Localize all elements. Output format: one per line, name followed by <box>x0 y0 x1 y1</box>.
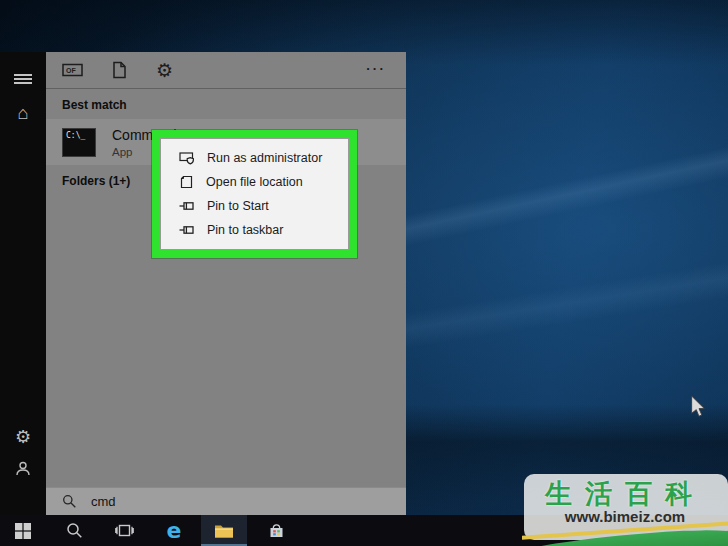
taskbar-search-button[interactable] <box>51 515 97 546</box>
pin-icon <box>179 222 195 238</box>
edge-button[interactable]: e <box>151 515 197 546</box>
watermark: 生活百科 www.bimeiz.com <box>522 472 728 546</box>
task-view-button[interactable] <box>101 515 147 546</box>
menu-item-label: Pin to Start <box>207 199 269 213</box>
watermark-url: www.bimeiz.com <box>522 508 728 525</box>
search-icon <box>62 494 77 509</box>
search-icon <box>66 522 83 539</box>
apps-filter-icon: OF <box>62 62 84 78</box>
search-rail: ⌂ ⚙ <box>0 52 46 515</box>
menu-item-label: Open file location <box>206 175 303 189</box>
svg-text:OF: OF <box>66 67 76 74</box>
gear-filter-icon: ⚙ <box>156 59 173 82</box>
highlight-box: Run as administrator Open file location … <box>152 130 357 258</box>
settings-button[interactable]: ⚙ <box>0 420 46 454</box>
start-button[interactable] <box>0 515 46 546</box>
mouse-cursor <box>690 396 706 418</box>
command-prompt-icon: C:\_ <box>62 128 96 157</box>
store-button[interactable] <box>253 515 299 546</box>
open-file-location-icon <box>179 174 194 190</box>
apps-filter-button[interactable]: OF <box>62 62 92 78</box>
file-explorer-button[interactable] <box>201 515 247 546</box>
hamburger-icon <box>14 72 32 86</box>
search-input[interactable]: cmd <box>46 487 406 515</box>
menu-item-pin-to-taskbar[interactable]: Pin to taskbar <box>161 218 348 242</box>
menu-item-label: Run as administrator <box>207 151 322 165</box>
hamburger-menu-button[interactable] <box>0 62 46 96</box>
feedback-button[interactable] <box>0 452 46 486</box>
desktop: ⌂ ⚙ OF <box>0 0 728 546</box>
search-results-panel: OF ⚙ ... Best match C:\_ Command Prompt … <box>46 52 406 515</box>
menu-item-open-file-location[interactable]: Open file location <box>161 170 348 194</box>
pin-icon <box>179 198 195 214</box>
windows-logo-icon <box>15 523 31 539</box>
home-button[interactable]: ⌂ <box>0 96 46 130</box>
settings-filter-button[interactable]: ⚙ <box>156 59 186 82</box>
menu-item-pin-to-start[interactable]: Pin to Start <box>161 194 348 218</box>
menu-item-label: Pin to taskbar <box>207 223 283 237</box>
document-filter-icon <box>111 61 128 79</box>
watermark-title: 生活百科 <box>522 476 728 512</box>
gear-icon: ⚙ <box>15 428 31 446</box>
store-bag-icon <box>268 522 285 539</box>
search-query-text: cmd <box>91 494 116 509</box>
run-as-administrator-icon <box>179 150 195 166</box>
person-icon <box>14 460 32 478</box>
edge-icon: e <box>167 520 182 542</box>
more-filters-button[interactable]: ... <box>366 58 386 73</box>
documents-filter-button[interactable] <box>111 61 141 79</box>
file-explorer-icon <box>214 523 234 539</box>
search-filter-bar: OF ⚙ ... <box>46 52 406 89</box>
context-menu: Run as administrator Open file location … <box>160 138 349 250</box>
best-match-header: Best match <box>46 89 406 119</box>
menu-item-run-as-administrator[interactable]: Run as administrator <box>161 146 348 170</box>
task-view-icon <box>115 523 134 538</box>
home-icon: ⌂ <box>18 104 29 122</box>
